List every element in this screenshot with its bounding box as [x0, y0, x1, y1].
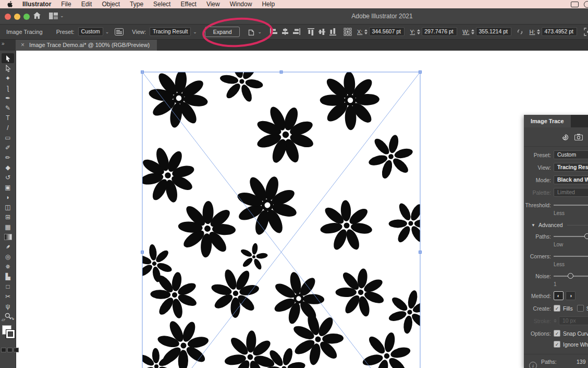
- w-value-field[interactable]: 355.1214 pt: [476, 27, 511, 36]
- panel-tab-image-trace[interactable]: Image Trace: [524, 115, 571, 127]
- advanced-disclosure[interactable]: ▼ Advanced: [531, 222, 588, 228]
- y-value-field[interactable]: 297.7476 pt: [422, 27, 457, 36]
- method-abutting-button[interactable]: ◐: [554, 291, 564, 300]
- window-minimize-button[interactable]: [14, 14, 20, 20]
- tab-close-icon[interactable]: ×: [21, 41, 24, 49]
- align-horizontal-center-icon[interactable]: [281, 28, 289, 35]
- menu-file[interactable]: File: [61, 1, 71, 8]
- screen-mode-icon[interactable]: ▱: [2, 317, 5, 322]
- align-top-icon[interactable]: [308, 28, 314, 35]
- noise-slider[interactable]: [554, 272, 588, 280]
- reference-point-grid-icon[interactable]: [344, 28, 352, 36]
- ignore-white-checkbox[interactable]: ✓: [554, 341, 560, 348]
- expand-button[interactable]: Expand: [205, 27, 240, 37]
- panel-view-dropdown[interactable]: Tracing Result: [554, 163, 588, 172]
- preset-chevron-icon[interactable]: ⌄: [105, 29, 109, 34]
- constrain-proportions-link-icon[interactable]: [516, 29, 524, 35]
- selection-handle[interactable]: [419, 251, 422, 254]
- fills-checkbox[interactable]: ✓: [554, 305, 560, 312]
- symbol-sprayer-tool[interactable]: ✵: [2, 262, 14, 271]
- workspace-switcher-icon[interactable]: [49, 13, 58, 19]
- pen-tool[interactable]: ✒: [2, 93, 14, 103]
- w-stepper[interactable]: [471, 29, 474, 34]
- workspace-chevron-icon[interactable]: ⌄: [60, 13, 64, 18]
- view-chevron-icon[interactable]: ⌄: [193, 29, 197, 34]
- shaper-tool[interactable]: ✏: [2, 152, 14, 162]
- view-dropdown[interactable]: Tracing Result: [150, 27, 191, 36]
- selection-handle[interactable]: [419, 71, 422, 74]
- x-stepper[interactable]: [364, 29, 368, 34]
- align-right-icon[interactable]: [293, 28, 300, 35]
- direct-selection-tool[interactable]: [2, 63, 14, 73]
- apple-menu-icon[interactable]: [7, 1, 13, 8]
- menu-select[interactable]: Select: [153, 1, 170, 8]
- panel-preset-dropdown[interactable]: Custom: [554, 150, 588, 159]
- align-left-icon[interactable]: [270, 28, 277, 35]
- align-vertical-center-icon[interactable]: [318, 28, 325, 35]
- menu-edit[interactable]: Edit: [81, 1, 92, 8]
- h-stepper[interactable]: [537, 29, 540, 34]
- selection-handle[interactable]: [280, 71, 283, 74]
- artboard-tool[interactable]: □: [2, 281, 14, 291]
- home-icon[interactable]: [33, 11, 41, 19]
- threshold-slider[interactable]: [554, 201, 588, 209]
- type-tool[interactable]: T: [2, 113, 14, 123]
- align-bottom-icon[interactable]: [329, 28, 336, 35]
- rotate-tool[interactable]: ↺: [2, 172, 14, 182]
- document-setup-icon[interactable]: [247, 28, 255, 35]
- window-zoom-button[interactable]: [23, 14, 30, 20]
- column-graph-tool[interactable]: ▙: [2, 271, 14, 281]
- snap-curves-checkbox[interactable]: ✓: [554, 330, 560, 337]
- width-tool[interactable]: ◗: [2, 192, 14, 202]
- curvature-tool[interactable]: ✎: [2, 103, 14, 113]
- rectangle-tool[interactable]: ▭: [2, 133, 14, 143]
- panel-mode-dropdown[interactable]: Black and White: [554, 175, 588, 184]
- mesh-tool[interactable]: ▦: [2, 222, 14, 232]
- transform-options-icon[interactable]: [584, 28, 588, 36]
- lasso-tool[interactable]: ƪ: [2, 83, 14, 93]
- display-status-icon[interactable]: [571, 2, 579, 7]
- corners-slider[interactable]: [554, 253, 588, 260]
- selection-tool[interactable]: [2, 53, 14, 63]
- x-value-field[interactable]: 344.5607 pt: [369, 27, 405, 36]
- strokes-checkbox[interactable]: [577, 305, 584, 312]
- perspective-grid-tool[interactable]: ⊞: [2, 212, 14, 222]
- method-overlapping-button[interactable]: ◑: [566, 291, 575, 300]
- line-segment-tool[interactable]: /: [2, 123, 14, 133]
- menu-object[interactable]: Object: [102, 1, 120, 8]
- magic-wand-tool[interactable]: ✦: [2, 73, 14, 83]
- hand-tool[interactable]: ψ: [2, 301, 14, 311]
- blend-tool[interactable]: ◎: [2, 252, 14, 262]
- h-value-field[interactable]: 473.4952 pt: [542, 27, 577, 36]
- slice-tool[interactable]: ✂: [2, 291, 14, 301]
- eraser-tool[interactable]: ◆: [2, 162, 14, 172]
- high-color-preset-icon[interactable]: [574, 134, 583, 141]
- shape-builder-tool[interactable]: ◫: [2, 202, 14, 212]
- color-mode-mini-icons[interactable]: [1, 348, 19, 352]
- status-circle-icon[interactable]: [584, 1, 588, 8]
- menu-window[interactable]: Window: [230, 1, 252, 8]
- y-stepper[interactable]: [417, 29, 420, 34]
- menu-illustrator[interactable]: Illustrator: [22, 1, 51, 8]
- document-tab[interactable]: × Image Trace Demo.ai* @ 100% (RGB/Previ…: [16, 39, 157, 51]
- scale-tool[interactable]: ▣: [2, 182, 14, 192]
- menu-view[interactable]: View: [206, 1, 220, 8]
- artwork-canvas[interactable]: [16, 51, 588, 368]
- paths-slider[interactable]: [554, 233, 588, 240]
- image-trace-panel-toggle-button[interactable]: [115, 28, 124, 35]
- preset-dropdown[interactable]: Custom: [78, 27, 103, 36]
- stroke-color-swatch[interactable]: [6, 329, 15, 339]
- paintbrush-tool[interactable]: ✐: [2, 143, 14, 152]
- selection-handle[interactable]: [141, 71, 144, 74]
- swap-fill-stroke-icon[interactable]: ↷: [10, 316, 14, 322]
- document-setup-chevron-icon[interactable]: ⌄: [258, 29, 262, 34]
- menu-help[interactable]: Help: [262, 1, 275, 8]
- menu-effect[interactable]: Effect: [180, 1, 196, 8]
- selection-handle[interactable]: [141, 251, 144, 254]
- auto-color-preset-icon[interactable]: [561, 134, 569, 141]
- window-close-button[interactable]: [5, 14, 11, 20]
- gradient-tool[interactable]: [2, 232, 14, 242]
- eyedropper-tool[interactable]: ✒: [2, 242, 14, 252]
- tab-overflow-chevron[interactable]: »: [2, 41, 5, 46]
- menu-type[interactable]: Type: [130, 1, 143, 8]
